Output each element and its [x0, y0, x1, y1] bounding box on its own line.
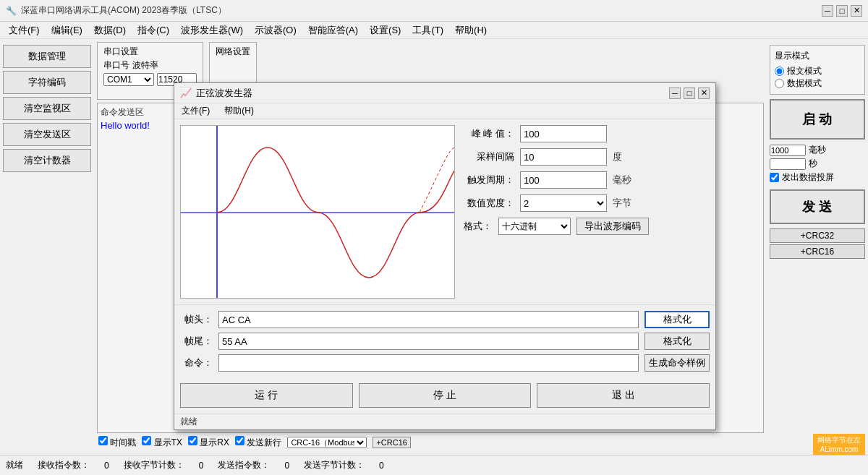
dialog-status: 就绪 — [174, 414, 715, 429]
minimize-button[interactable]: ─ — [822, 5, 833, 17]
frame-footer-row: 帧尾： 格式化 — [180, 333, 710, 350]
send-cmd-label: 发送指令数： — [218, 459, 270, 471]
waveform-area — [180, 125, 455, 299]
trigger-input[interactable] — [520, 171, 607, 189]
send-bytes-label: 发送字节计数： — [304, 459, 365, 471]
title-bar-controls[interactable]: ─ □ ✕ — [822, 5, 862, 17]
menu-settings[interactable]: 设置(S) — [364, 22, 407, 38]
dialog-title-controls[interactable]: ─ □ ✕ — [669, 87, 710, 99]
menu-waveform[interactable]: 波形发生器(W) — [175, 22, 249, 38]
frame-cmd-label: 命令： — [180, 356, 213, 369]
recv-cmd-value: 0 — [104, 461, 109, 471]
menu-oscilloscope[interactable]: 示波器(O) — [249, 22, 302, 38]
dialog-body: 峰 峰 值： 采样间隔 度 触发周期： 毫秒 数值宽度： — [174, 119, 715, 304]
app-title: 深蓝串口网络调示工具(ACOM) 2023春季版（LTSC） — [21, 4, 226, 17]
trigger-unit: 毫秒 — [613, 174, 631, 187]
sample-input[interactable] — [520, 148, 607, 166]
format-row: 格式： 十六进制 十进制 二进制 导出波形编码 — [464, 218, 710, 235]
action-buttons: 运 行 停 止 退 出 — [174, 377, 715, 414]
menu-file[interactable]: 文件(F) — [3, 22, 46, 38]
recv-cmd-label: 接收指令数： — [38, 459, 90, 471]
peak-input[interactable] — [520, 125, 607, 142]
close-button[interactable]: ✕ — [851, 5, 862, 17]
app-status: 就绪 — [6, 459, 23, 471]
dialog-menu-file[interactable]: 文件(F) — [177, 104, 214, 118]
trigger-label: 触发周期： — [464, 174, 514, 187]
generate-cmd-button[interactable]: 生成命令样例 — [644, 354, 710, 372]
maximize-button[interactable]: □ — [836, 5, 848, 17]
menu-tools[interactable]: 工具(T) — [407, 22, 449, 38]
frame-header-label: 帧头： — [180, 313, 213, 326]
menu-command[interactable]: 指令(C) — [132, 22, 175, 38]
dialog-title: 正弦波发生器 — [196, 87, 252, 100]
stop-button[interactable]: 停 止 — [359, 383, 532, 408]
peak-label: 峰 峰 值： — [464, 127, 514, 140]
dialog-icon: 📈 — [180, 87, 192, 98]
status-bar: 就绪 接收指令数： 0 接收字节计数： 0 发送指令数： 0 发送字节计数： 0 — [0, 455, 868, 475]
width-select[interactable]: 2 1 4 — [520, 194, 607, 212]
run-button[interactable]: 运 行 — [180, 383, 353, 408]
dialog-status-text: 就绪 — [180, 416, 197, 427]
recv-bytes-value: 0 — [199, 461, 204, 471]
dialog-overlay: 📈 正弦波发生器 ─ □ ✕ 文件(F) 帮助(H) — [0, 39, 868, 455]
frame-cmd-input[interactable] — [218, 354, 639, 372]
send-bytes-value: 0 — [379, 461, 384, 471]
width-label: 数值宽度： — [464, 197, 514, 210]
recv-bytes-label: 接收字节计数： — [124, 459, 184, 471]
exit-button[interactable]: 退 出 — [537, 383, 710, 408]
send-cmd-value: 0 — [284, 461, 289, 471]
width-unit: 字节 — [613, 197, 631, 210]
main-content: 数据管理 字符编码 清空监视区 清空发送区 清空计数器 串口设置 串口号 波特率… — [0, 39, 868, 455]
frame-cmd-row: 命令： 生成命令样例 — [180, 354, 710, 372]
sample-label: 采样间隔 — [464, 150, 514, 163]
waveform-svg — [181, 126, 455, 299]
sine-wave-dialog: 📈 正弦波发生器 ─ □ ✕ 文件(F) 帮助(H) — [174, 82, 716, 430]
params-area: 峰 峰 值： 采样间隔 度 触发周期： 毫秒 数值宽度： — [464, 125, 710, 299]
dialog-title-bar: 📈 正弦波发生器 ─ □ ✕ — [174, 83, 715, 103]
frame-header-input[interactable] — [218, 311, 639, 328]
dialog-menu-bar: 文件(F) 帮助(H) — [174, 103, 715, 119]
frame-footer-input[interactable] — [218, 333, 639, 350]
menu-data[interactable]: 数据(D) — [88, 22, 132, 38]
menu-help[interactable]: 帮助(H) — [449, 22, 493, 38]
sample-unit: 度 — [613, 150, 622, 163]
menu-edit[interactable]: 编辑(E) — [46, 22, 88, 38]
frame-header-format-button[interactable]: 格式化 — [644, 311, 710, 328]
menu-smart-reply[interactable]: 智能应答(A) — [302, 22, 364, 38]
frame-footer-label: 帧尾： — [180, 335, 213, 348]
frame-settings: 帧头： 格式化 帧尾： 格式化 命令： 生成命令样例 — [174, 304, 715, 377]
peak-row: 峰 峰 值： — [464, 125, 710, 142]
title-bar: 🔧 深蓝串口网络调示工具(ACOM) 2023春季版（LTSC） ─ □ ✕ — [0, 0, 868, 22]
dialog-minimize-button[interactable]: ─ — [669, 87, 681, 99]
width-row: 数值宽度： 2 1 4 字节 — [464, 194, 710, 212]
trigger-row: 触发周期： 毫秒 — [464, 171, 710, 189]
menu-bar: 文件(F) 编辑(E) 数据(D) 指令(C) 波形发生器(W) 示波器(O) … — [0, 22, 868, 39]
frame-footer-format-button[interactable]: 格式化 — [644, 333, 710, 350]
format-label: 格式： — [464, 220, 493, 233]
watermark: 网络字节在左 ALimm.com — [813, 434, 865, 455]
app-icon: 🔧 — [6, 6, 17, 16]
export-waveform-button[interactable]: 导出波形编码 — [576, 218, 649, 235]
dialog-maximize-button[interactable]: □ — [684, 87, 695, 99]
title-bar-left: 🔧 深蓝串口网络调示工具(ACOM) 2023春季版（LTSC） — [6, 4, 226, 17]
frame-header-row: 帧头： 格式化 — [180, 311, 710, 328]
dialog-close-button[interactable]: ✕ — [698, 87, 710, 99]
format-select[interactable]: 十六进制 十进制 二进制 — [498, 218, 571, 235]
sample-row: 采样间隔 度 — [464, 148, 710, 166]
dialog-title-left: 📈 正弦波发生器 — [180, 87, 252, 100]
dialog-menu-help[interactable]: 帮助(H) — [220, 104, 258, 118]
